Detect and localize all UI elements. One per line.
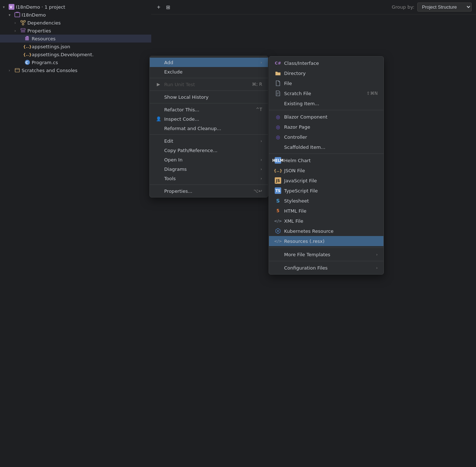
submenu-razor[interactable]: ◎ Razor Page — [269, 122, 383, 132]
project-name-label: I18nDemo — [22, 12, 46, 18]
submenu-resources-resx[interactable]: </> Resources (.resx) — [269, 236, 383, 246]
chevron-right-icon: › — [14, 21, 19, 25]
group-by-select[interactable]: Project Structure — [417, 3, 472, 12]
json-file-icon: {..} — [24, 44, 30, 49]
submenu-scaffolded[interactable]: Scaffolded Item... — [269, 142, 383, 152]
submenu-scratch-file[interactable]: Scratch File ⇧⌘N — [269, 88, 383, 98]
submenu-js-label: JavaScript File — [284, 178, 317, 183]
submenu-html-file[interactable]: 5 HTML File — [269, 206, 383, 216]
submenu-razor-label: Razor Page — [284, 124, 310, 130]
properties-label: Properties — [27, 28, 51, 34]
submenu-resources-resx-label: Resources (.resx) — [284, 239, 324, 244]
css-icon: S — [275, 197, 281, 204]
submenu-separator-1 — [269, 110, 383, 110]
dependencies-label: Dependencies — [27, 20, 61, 26]
submenu-json-file[interactable]: {..} JSON File — [269, 165, 383, 175]
svg-rect-3 — [16, 12, 19, 13]
add-button[interactable]: + — [156, 3, 162, 12]
svg-point-4 — [21, 21, 23, 22]
chevron-down-icon: ▾ — [3, 5, 7, 9]
menu-item-refactor[interactable]: Refactor This... ^T — [150, 105, 268, 114]
submenu-directory-label: Directory — [284, 71, 306, 76]
open-in-arrow-icon: › — [261, 157, 262, 162]
menu-item-show-local-history[interactable]: Show Local History — [150, 92, 268, 102]
submenu-helm[interactable]: HELM Helm Chart — [269, 155, 383, 165]
config-files-icon — [275, 264, 281, 271]
menu-item-exclude[interactable]: Exclude — [150, 67, 268, 76]
submenu-file[interactable]: File — [269, 78, 383, 88]
menu-item-diagrams[interactable]: Diagrams › — [150, 164, 268, 174]
submenu-class-interface[interactable]: C# Class/Interface — [269, 58, 383, 68]
menu-item-reformat-label: Reformat and Cleanup... — [164, 126, 221, 131]
submenu-ts-file[interactable]: TS TypeScript File — [269, 186, 383, 196]
scaffolded-icon — [275, 144, 281, 150]
submenu-directory[interactable]: Directory — [269, 68, 383, 78]
controller-icon: ◎ — [275, 134, 281, 140]
menu-item-properties[interactable]: Properties... ⌥↩ — [150, 186, 268, 196]
tools-arrow-icon: › — [261, 176, 262, 181]
submenu-stylesheet[interactable]: S Stylesheet — [269, 196, 383, 206]
menu-item-tools-label: Tools — [164, 176, 176, 181]
menu-item-add[interactable]: Add › — [150, 58, 268, 67]
submenu-json-label: JSON File — [284, 168, 305, 173]
menu-item-reformat[interactable]: Reformat and Cleanup... — [150, 124, 268, 133]
program-cs-item[interactable]: C Program.cs — [0, 58, 151, 66]
add-submenu: C# Class/Interface Directory File — [269, 56, 384, 275]
submenu-more-file-templates[interactable]: More File Templates › — [269, 249, 383, 259]
properties-menu-icon — [156, 188, 161, 194]
menu-item-inspect[interactable]: 👤 Inspect Code... — [150, 114, 268, 124]
exclude-icon — [156, 69, 161, 75]
svg-point-5 — [24, 21, 26, 22]
menu-item-properties-label: Properties... — [164, 188, 192, 194]
submenu-kubernetes[interactable]: Kubernetes Resource — [269, 226, 383, 236]
resx-icon: </> — [275, 238, 281, 244]
menu-item-open-in[interactable]: Open In › — [150, 155, 268, 164]
split-button[interactable]: ⊞ — [165, 3, 172, 12]
chevron-right-icon: › — [9, 68, 13, 72]
scratch-file-icon — [275, 90, 281, 97]
svg-line-8 — [22, 22, 23, 23]
resources-item[interactable]: Resources — [0, 35, 151, 43]
svg-rect-13 — [25, 37, 29, 40]
submenu-existing-item[interactable]: Existing Item... — [269, 98, 383, 108]
appsettings-dev-label: appsettings.Development. — [32, 52, 94, 57]
menu-item-copy-path[interactable]: Copy Path/Reference... — [150, 146, 268, 155]
more-templates-arrow-icon: › — [376, 252, 378, 257]
group-by-label: Group by: — [392, 4, 414, 10]
blazor-icon: ◎ — [275, 114, 281, 120]
chevron-down-icon: ▾ — [9, 13, 13, 17]
svg-rect-12 — [21, 32, 25, 32]
submenu-separator-3 — [269, 248, 383, 248]
edit-arrow-icon: › — [261, 139, 262, 143]
submenu-separator-2 — [269, 154, 383, 154]
svg-point-22 — [277, 230, 279, 232]
open-in-icon — [156, 157, 161, 163]
submenu-xml-file[interactable]: </> XML File — [269, 216, 383, 226]
submenu-blazor[interactable]: ◎ Blazor Component — [269, 112, 383, 122]
menu-item-tools[interactable]: Tools › — [150, 174, 268, 183]
svg-rect-14 — [26, 36, 28, 37]
submenu-scaffolded-label: Scaffolded Item... — [284, 144, 325, 150]
submenu-controller[interactable]: ◎ Controller — [269, 132, 383, 142]
properties-item[interactable]: › Properties — [0, 27, 151, 35]
submenu-kubernetes-label: Kubernetes Resource — [284, 228, 333, 234]
submenu-config-files[interactable]: Configuration Files › — [269, 263, 383, 273]
appsettings-json-item[interactable]: {..} appsettings.json — [0, 43, 151, 50]
copy-icon — [156, 147, 161, 153]
ts-icon: TS — [275, 187, 281, 194]
menu-item-edit[interactable]: Edit › — [150, 136, 268, 146]
svg-rect-10 — [21, 28, 25, 30]
scratches-consoles-item[interactable]: › Scratches and Consoles — [0, 66, 151, 74]
project-root-item[interactable]: ▾ V I18nDemo · 1 project — [0, 3, 151, 11]
chevron-right-icon: › — [14, 29, 19, 33]
project-i18ndemo-item[interactable]: ▾ I18nDemo — [0, 11, 151, 19]
submenu-js-file[interactable]: JS JavaScript File — [269, 175, 383, 186]
menu-separator-5 — [150, 184, 268, 185]
dependencies-item[interactable]: › Dependencies — [0, 19, 151, 27]
project-root-label: I18nDemo · 1 project — [16, 4, 65, 10]
appsettings-dev-item[interactable]: {..} appsettings.Development. — [0, 50, 151, 58]
cs-file-icon: C — [24, 59, 30, 65]
svg-text:V: V — [10, 5, 12, 9]
submenu-scratch-file-label: Scratch File — [284, 91, 311, 96]
submenu-existing-item-label: Existing Item... — [284, 101, 319, 106]
